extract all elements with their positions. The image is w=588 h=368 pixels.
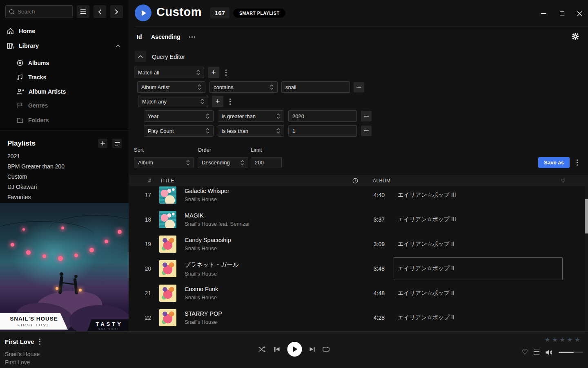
- match-type-select-1[interactable]: Match all: [134, 67, 204, 78]
- remove-rule-button-3[interactable]: [361, 126, 372, 136]
- rating-stars[interactable]: ★★★★★: [544, 336, 582, 343]
- match-type-select-2[interactable]: Match any: [138, 96, 208, 107]
- track-artist: Snail's House: [185, 319, 349, 325]
- group-options-button-1[interactable]: [223, 67, 229, 78]
- rule-operator-select-1[interactable]: contains: [209, 81, 278, 93]
- column-header-album[interactable]: ALBUM: [369, 178, 538, 184]
- track-row[interactable]: 21 Cosmo FunkSnail's House 4:48 エイリアン☆ポッ…: [129, 281, 588, 305]
- track-row[interactable]: 20 プラネット・ガールSnail's House 3:48 エイリアン☆ポップ…: [129, 256, 588, 281]
- star-icon[interactable]: ★: [544, 336, 552, 343]
- sidebar-item-album-artists[interactable]: Album Artists: [0, 86, 129, 97]
- volume-slider[interactable]: [559, 352, 583, 353]
- search-input[interactable]: [18, 9, 69, 15]
- library-icon: [7, 43, 14, 49]
- kebab-icon: [225, 70, 227, 76]
- now-playing-artwork[interactable]: SNAIL'S HOUSE FIRST LOVE TASTY EST MMXI: [0, 203, 129, 331]
- nav-back-button[interactable]: [94, 5, 106, 18]
- collapse-chevron-icon[interactable]: [116, 45, 120, 47]
- star-icon[interactable]: ★: [552, 336, 559, 343]
- playlist-item[interactable]: BPM Greater than 200: [7, 161, 118, 171]
- track-row[interactable]: 19 Candy SpaceshipSnail's House 3:09 エイリ…: [129, 232, 588, 256]
- add-playlist-button[interactable]: [98, 139, 107, 148]
- scrollbar-track[interactable]: [585, 186, 588, 331]
- select-updown-icon: [196, 69, 200, 76]
- window-minimize-button[interactable]: [539, 9, 548, 18]
- track-album: エイリアン☆ポップ II: [398, 240, 454, 248]
- play-playlist-button[interactable]: [135, 4, 151, 21]
- playlist-list-button[interactable]: [112, 139, 122, 148]
- sort-select[interactable]: Album: [134, 157, 194, 168]
- maximize-icon: [560, 11, 564, 16]
- playlist-save-options-button[interactable]: [574, 157, 580, 168]
- playlist-item[interactable]: DJ Okawari: [7, 182, 118, 192]
- remove-rule-button-2[interactable]: [361, 111, 372, 121]
- repeat-button[interactable]: [323, 346, 330, 352]
- remove-rule-button-1[interactable]: [354, 82, 364, 92]
- nav-forward-button[interactable]: [110, 5, 123, 18]
- queue-button[interactable]: [534, 350, 539, 355]
- artwork-album: FIRST LOVE: [18, 323, 50, 327]
- scrollbar-thumb[interactable]: [585, 199, 588, 233]
- track-album: エイリアン☆ポップ II: [398, 314, 454, 321]
- sort-field-button[interactable]: Id: [137, 34, 142, 40]
- play-pause-button[interactable]: [287, 342, 302, 357]
- track-row[interactable]: 17 Galactic WhisperSnail's House 4:40 エイ…: [129, 186, 588, 207]
- playlist-item[interactable]: Custom: [7, 171, 118, 182]
- sidebar-item-home[interactable]: Home: [0, 25, 129, 37]
- column-header-favorite[interactable]: ♡: [538, 178, 588, 184]
- rule-value-input-1[interactable]: [281, 81, 350, 93]
- add-rule-button-2[interactable]: +: [212, 96, 223, 107]
- window-close-button[interactable]: [575, 9, 584, 18]
- volume-icon[interactable]: [545, 349, 553, 356]
- group-options-button-2[interactable]: [227, 96, 233, 107]
- query-editor-collapse-button[interactable]: [135, 51, 146, 62]
- rule-value-input-2[interactable]: [288, 110, 357, 122]
- kebab-icon: [577, 159, 578, 166]
- sidebar-item-label: Library: [19, 43, 39, 49]
- track-row[interactable]: 22 STARRY POPSnail's House 4:28 エイリアン☆ポッ…: [129, 305, 588, 330]
- now-playing-options-button[interactable]: [39, 339, 40, 345]
- save-as-button[interactable]: Save as: [538, 157, 570, 168]
- sidebar-item-tracks[interactable]: Tracks: [0, 72, 129, 83]
- column-header-duration[interactable]: [325, 177, 360, 184]
- sidebar-item-albums[interactable]: Albums: [0, 57, 129, 69]
- column-header-index[interactable]: #: [129, 178, 151, 184]
- star-icon[interactable]: ★: [559, 336, 567, 343]
- star-icon[interactable]: ★: [575, 336, 582, 343]
- previous-icon: [274, 347, 280, 352]
- window-maximize-button[interactable]: [557, 9, 566, 18]
- playlist-item[interactable]: 2021: [7, 151, 118, 161]
- select-updown-icon: [276, 113, 280, 119]
- previous-button[interactable]: [274, 347, 280, 352]
- sidebar-item-library[interactable]: Library: [0, 40, 129, 52]
- more-options-icon[interactable]: [189, 36, 195, 38]
- playlist-item[interactable]: Favorites: [7, 192, 118, 202]
- menu-button[interactable]: [77, 5, 89, 18]
- favorite-button[interactable]: ♡: [522, 348, 528, 357]
- rule-operator-select-2[interactable]: is greater than: [218, 110, 284, 122]
- add-rule-button-1[interactable]: +: [208, 67, 219, 78]
- page-title: Custom: [156, 5, 202, 19]
- sidebar-item-genres[interactable]: Genres: [0, 100, 129, 111]
- rule-operator-select-3[interactable]: is less than: [218, 125, 284, 137]
- settings-button[interactable]: [572, 33, 579, 40]
- order-select[interactable]: Descending: [198, 157, 248, 168]
- play-icon: [142, 10, 146, 16]
- app-window: Home Library Albums: [0, 0, 588, 368]
- limit-input[interactable]: [251, 157, 282, 168]
- albums-icon: [17, 60, 23, 66]
- column-header-title[interactable]: TITLE: [160, 178, 325, 184]
- smart-playlist-badge: SMART PLAYLIST: [233, 9, 285, 18]
- next-button[interactable]: [310, 347, 315, 352]
- order-label: Order: [198, 147, 211, 153]
- rule-field-select-1[interactable]: Album Artist: [137, 81, 205, 93]
- focused-album-cell[interactable]: エイリアン☆ポップ II: [394, 257, 563, 280]
- star-icon[interactable]: ★: [567, 336, 574, 343]
- rule-field-select-2[interactable]: Year: [144, 110, 214, 122]
- rule-field-select-3[interactable]: Play Count: [144, 125, 214, 137]
- shuffle-button[interactable]: [258, 346, 267, 352]
- track-row[interactable]: 18 MAGIKSnail's House feat. Sennzai 3:37…: [129, 207, 588, 232]
- sidebar-item-folders[interactable]: Folders: [0, 114, 129, 126]
- sort-direction-button[interactable]: Ascending: [151, 34, 180, 40]
- rule-value-input-3[interactable]: [288, 125, 357, 137]
